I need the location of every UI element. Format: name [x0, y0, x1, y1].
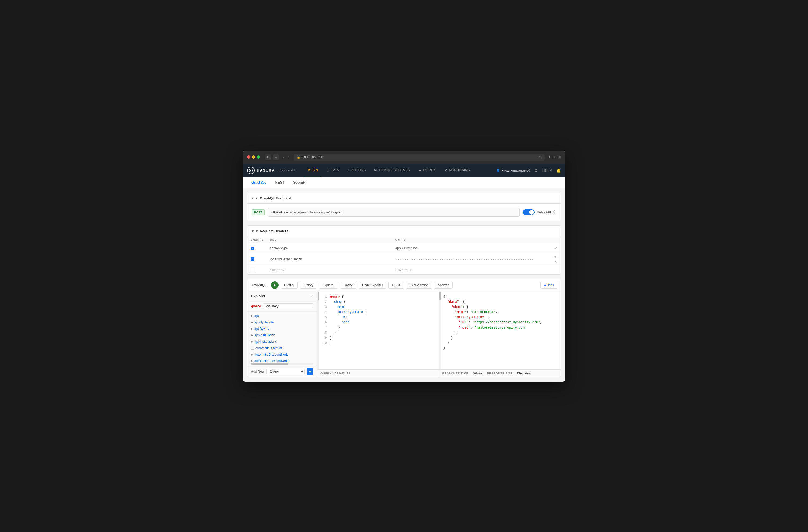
list-item[interactable]: ▶ appInstallation: [247, 332, 317, 339]
docs-label: Docs: [547, 283, 554, 287]
forward-button[interactable]: ›: [287, 154, 291, 160]
delete-row-icon-1[interactable]: ✕: [554, 246, 557, 250]
method-badge: POST: [252, 209, 264, 215]
add-new-select[interactable]: Query Mutation Subscription: [267, 368, 305, 375]
line-num: 6: [322, 320, 327, 325]
nav-link-data[interactable]: ◫ DATA: [322, 164, 343, 177]
explorer-item-label[interactable]: app: [254, 314, 260, 318]
minimize-window-button[interactable]: [252, 155, 255, 159]
list-item[interactable]: ▶ app: [247, 313, 317, 319]
user-info: 👤 known-macaque-66: [496, 169, 530, 172]
relay-toggle-area: Relay API ⓘ: [523, 209, 556, 215]
notifications-button[interactable]: 🔔: [556, 168, 561, 173]
delete-row-icon-2[interactable]: ✕: [554, 260, 557, 264]
checkbox-cell-2[interactable]: ✓: [247, 252, 267, 266]
share-button[interactable]: ⬆: [548, 155, 551, 159]
col-value: VALUE: [392, 236, 551, 244]
add-new-button[interactable]: +: [307, 368, 313, 375]
key-cell-3[interactable]: Enter Key: [267, 266, 392, 274]
nav-link-remote-schemas[interactable]: ⋈ REMOTE SCHEMAS: [370, 164, 414, 177]
explorer-item-label[interactable]: appInstallations: [254, 340, 277, 344]
docs-button[interactable]: ◂ Docs: [540, 282, 557, 288]
explorer-item-label[interactable]: automaticDiscount: [255, 346, 282, 350]
scrollbar-thumb: [317, 292, 319, 300]
app-version: v2.2.2-cloud.1: [278, 169, 295, 172]
code-content: query {: [330, 294, 344, 300]
explorer-item-label[interactable]: automaticDiscountNodes: [254, 359, 290, 362]
maximize-window-button[interactable]: [257, 155, 260, 159]
explorer-button[interactable]: Explorer: [319, 282, 338, 288]
query-keyword: query: [251, 304, 261, 308]
code-content: }: [330, 325, 340, 330]
settings-button[interactable]: ⚙: [534, 168, 538, 173]
close-window-button[interactable]: [247, 155, 250, 159]
list-item[interactable]: ▶ automaticDiscountNodes: [247, 358, 317, 362]
list-item[interactable]: ▶ automaticDiscountNode: [247, 352, 317, 358]
explorer-item-label[interactable]: appByHandle: [254, 321, 274, 324]
response-scrollbar[interactable]: [439, 291, 441, 369]
tab-rest[interactable]: REST: [271, 177, 289, 188]
json-line: "host": "hastoretest.myshopify.com": [443, 325, 559, 330]
list-item[interactable]: ▶ appByHandle: [247, 319, 317, 326]
code-editor[interactable]: 1 query { 2 shop { 3 name: [319, 291, 439, 369]
run-query-button[interactable]: ▶: [271, 281, 278, 289]
query-variables-bar[interactable]: QUERY VARIABLES: [317, 369, 439, 377]
code-content: }: [330, 330, 336, 336]
explorer-item-label[interactable]: automaticDiscountNode: [254, 353, 289, 357]
explorer-footer: Add New Query Mutation Subscription +: [247, 366, 317, 377]
derive-action-button[interactable]: Derive action: [406, 282, 432, 288]
value-cell-2: ••••••••••••••••••••••••••••••••••••••••…: [392, 252, 551, 266]
address-bar[interactable]: 🔒 cloud.hasura.io ↻: [294, 154, 545, 160]
code-content: url: [330, 315, 348, 320]
eye-icon[interactable]: 👁: [554, 255, 557, 259]
checkbox-icon[interactable]: [251, 346, 254, 350]
url-text: cloud.hasura.io: [302, 155, 324, 159]
code-line-5: 5 url: [322, 315, 437, 320]
tab-security[interactable]: Security: [289, 177, 310, 188]
action-cell-1[interactable]: ✕: [551, 244, 561, 252]
nav-link-api[interactable]: ⚑ API: [304, 164, 322, 177]
cache-button[interactable]: Cache: [340, 282, 356, 288]
explorer-item-label[interactable]: appByKey: [254, 327, 269, 331]
nav-label-actions: ACTIONS: [351, 168, 366, 172]
nav-link-events[interactable]: ☁ EVENTS: [414, 164, 440, 177]
checkbox-cell-1[interactable]: ✓: [247, 244, 267, 252]
tab-graphiql[interactable]: GraphiQL: [247, 177, 271, 188]
graphiql-container: GraphiQL ▶ Prettify History Explorer Cac…: [247, 279, 561, 377]
rest-button[interactable]: REST: [388, 282, 404, 288]
checkbox-checked-2: ✓: [251, 258, 254, 261]
reload-icon[interactable]: ↻: [538, 155, 541, 159]
help-button[interactable]: HELP: [542, 168, 552, 173]
explorer-item-label[interactable]: appInstallation: [254, 334, 275, 337]
remote-schemas-icon: ⋈: [374, 168, 378, 172]
list-item[interactable]: ▶ appByKey: [247, 326, 317, 332]
grid-button[interactable]: ⊞: [558, 155, 561, 159]
list-item[interactable]: automaticDiscount: [247, 345, 317, 352]
editor-scrollbar[interactable]: [317, 291, 319, 369]
hidden-value: ••••••••••••••••••••••••••••••••••••••••…: [396, 258, 534, 261]
query-row: query: [247, 301, 317, 311]
explorer-close-button[interactable]: ✕: [310, 294, 313, 298]
expand-button[interactable]: ⌄: [273, 154, 279, 160]
list-item[interactable]: ▶ appInstallations: [247, 339, 317, 345]
expand-arrow-icon: ▶: [251, 359, 253, 362]
app-name: HASURA: [257, 168, 275, 172]
query-name-input[interactable]: [263, 303, 313, 309]
editor-panel: 1 query { 2 shop { 3 name: [317, 291, 439, 377]
nav-link-monitoring[interactable]: ↗ MONITORING: [440, 164, 474, 177]
content-area: ▾ ▾ GraphQL Endpoint POST https://known-…: [243, 188, 565, 382]
prettify-button[interactable]: Prettify: [281, 282, 298, 288]
endpoint-url[interactable]: https://known-macaque-66.hasura.app/v1/g…: [268, 208, 519, 216]
relay-api-toggle[interactable]: [523, 209, 535, 215]
value-cell-3[interactable]: Enter Value: [392, 266, 551, 274]
nav-link-actions[interactable]: ⟡ ACTIONS: [343, 164, 370, 177]
new-tab-button[interactable]: +: [553, 155, 555, 159]
back-button[interactable]: ‹: [282, 154, 286, 160]
info-icon[interactable]: ⓘ: [553, 210, 556, 214]
checkbox-cell-3[interactable]: [247, 266, 267, 274]
sidebar-toggle-button[interactable]: ⊞: [265, 154, 271, 160]
query-variables-label: QUERY VARIABLES: [320, 372, 351, 375]
code-exporter-button[interactable]: Code Exporter: [359, 282, 386, 288]
history-button[interactable]: History: [300, 282, 317, 288]
analyze-button[interactable]: Analyze: [434, 282, 453, 288]
